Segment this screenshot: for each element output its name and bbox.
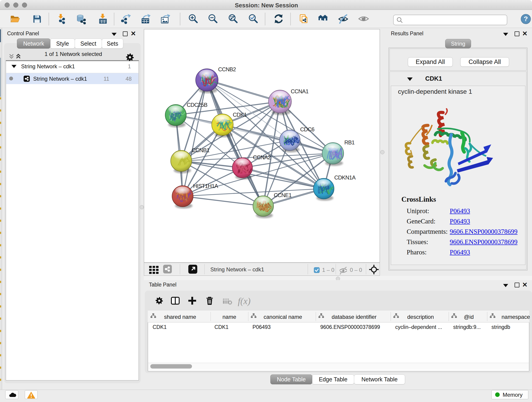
svg-text:CCNE1: CCNE1 <box>274 192 292 198</box>
svg-text:CDKN1A: CDKN1A <box>334 174 355 181</box>
svg-text:CCNA1: CCNA1 <box>291 88 309 95</box>
svg-text:CCNB2: CCNB2 <box>218 66 236 72</box>
svg-text:?: ? <box>524 15 528 22</box>
svg-text:RB1: RB1 <box>344 139 355 146</box>
svg-text:CDC6: CDC6 <box>300 126 315 133</box>
svg-text:CCNB1: CCNB1 <box>192 147 210 153</box>
svg-text:CCNA2: CCNA2 <box>253 154 271 160</box>
svg-text:CDK1: CDK1 <box>233 112 247 118</box>
svg-text:HIST1H1A: HIST1H1A <box>193 183 218 189</box>
svg-text:CDC25B: CDC25B <box>187 102 207 108</box>
